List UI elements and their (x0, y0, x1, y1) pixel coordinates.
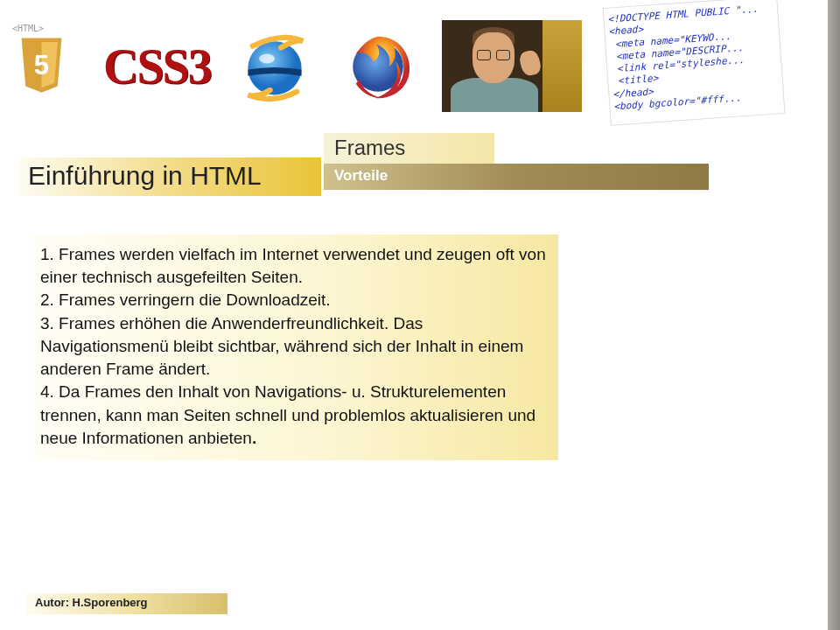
firefox-icon (339, 27, 417, 106)
subtitle-bar: Vorteile (324, 164, 709, 190)
svg-text:5: 5 (34, 49, 49, 80)
list-item-3: 3. Frames erhöhen die Anwenderfreundlich… (40, 312, 548, 382)
author-footer: Autor: H.Sporenberg (26, 593, 228, 614)
section-tab: Frames (324, 133, 494, 164)
presenter-photo (442, 20, 582, 112)
title-area: Frames Einführung in HTML Vorteile (0, 133, 840, 203)
list-item-1: 1. Frames werden vielfach im Internet ve… (40, 243, 548, 289)
list-item-2: 2. Frames verringern die Downloadzeit. (40, 289, 548, 312)
code-snippet-image: <!DOCTYPE HTML PUBLIC "... <head> <meta … (602, 0, 785, 126)
page-title: Einführung in HTML (19, 158, 321, 196)
internet-explorer-icon (235, 27, 314, 106)
html5-logo: <HTML> 5 (18, 27, 79, 106)
svg-point-4 (259, 53, 275, 63)
header-logo-row: <HTML> 5 CSS3 (0, 0, 840, 122)
list-item-4: 4. Da Frames den Inhalt von Navigations-… (40, 381, 548, 450)
content-box: 1. Frames werden vielfach im Internet ve… (33, 234, 558, 460)
css3-logo-text: CSS3 (103, 38, 211, 94)
